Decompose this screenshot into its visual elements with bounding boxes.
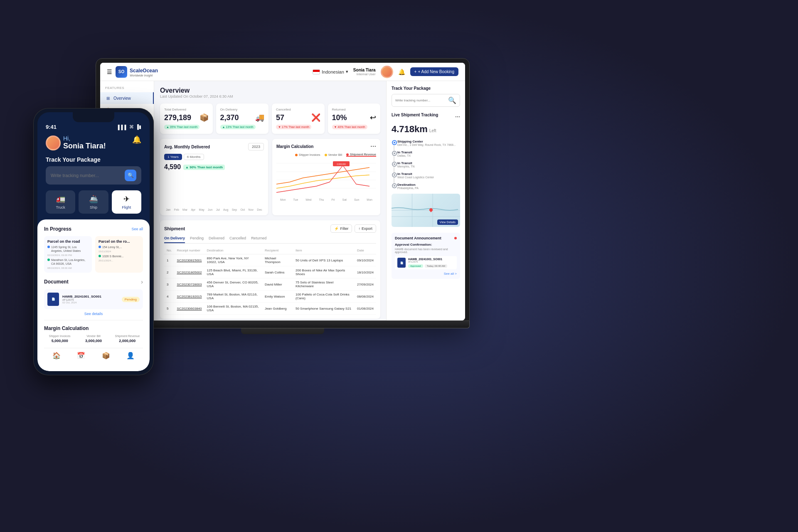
doc-arrow-icon[interactable]: › [141,278,143,285]
stat-total-delivered: Total Delivered 279,189 📦 ▲ 35% Than las… [160,103,213,134]
doc-file: 📄 HAWB_20241001_SO001 #F12675 Approved T… [395,256,457,269]
notification-dot [454,237,457,239]
language-selector[interactable]: Indonesian ▾ [313,69,348,74]
bar-chart [164,173,264,207]
tab-returned[interactable]: Returned [251,236,266,243]
tracking-timeline: Shipping Center Dell Inc., 1 Dell Way, R… [392,140,460,190]
nav-calendar[interactable]: 📅 [69,352,94,360]
panel-track-title: Track Your Package [392,86,460,91]
signal-icon: ▌▌▌ [118,125,128,130]
search-icon: 🔍 [448,96,456,104]
doc-icon: 📄 [47,293,59,306]
hamburger-icon[interactable]: ☰ [107,69,112,75]
tab-on-delivery[interactable]: On Delivery [164,236,185,243]
add-booking-button[interactable]: + + Add New Booking [410,67,458,76]
avg-chart: Avg. Monthly Delivered 2023 1 Years 6 Mo… [160,139,268,215]
timeline-dot [393,173,396,177]
user-info: Sonia Tiara Internal User [353,68,376,76]
see-all-button[interactable]: See all [131,227,143,231]
logo-text: ScaleOcean Worldwide Insight [130,66,158,77]
pending-badge: Pending [122,297,140,302]
track-input[interactable] [395,99,446,102]
track-input-wrapper[interactable]: 🔍 [46,166,141,185]
view-details-button[interactable]: View Details [437,219,458,225]
sidebar-item-overview[interactable]: ⊞ Overview [100,92,154,104]
overview-icon: ⊞ [105,95,111,101]
timeline-dot [393,163,396,166]
track-search-bar[interactable]: 🔍 [392,94,460,107]
nav-home[interactable]: 🏠 [44,352,69,360]
home-icon: 🏠 [52,352,61,360]
receipt-link[interactable]: SC20230603840 [174,303,204,315]
line-chart: 2,000,000 [276,159,376,197]
export-button[interactable]: ↑ Export [355,224,376,233]
margin-revenue: Shipment Revenue 2,000,000 [112,335,143,343]
tab-cancelled[interactable]: Cancelled [229,236,246,243]
charts-row: Avg. Monthly Delivered 2023 1 Years 6 Mo… [160,139,380,215]
doc-announcement-section: Document Announcement Approval Confirmat… [392,233,460,279]
tab-6months[interactable]: 6 Months [184,154,204,160]
svg-text:2,000,000: 2,000,000 [337,163,345,165]
shipment-table: No. Receipt number Destination Recipient… [164,247,376,315]
stat-on-delivery: On Delivery 2,370 🚚 ▲ 13% Than last mont… [216,103,269,134]
tab-1years[interactable]: 1 Years [164,154,182,160]
nav-profile[interactable]: 👤 [118,352,143,360]
table-row: 1 SC20230815001 890 Park Ave, New York, … [164,254,376,266]
transport-flight[interactable]: ✈ Flight [112,190,141,214]
receipt-link[interactable]: SC20238192015 [174,291,204,303]
flag-icon [313,69,320,74]
receipt-link[interactable]: SC20231805002 [174,266,204,278]
right-panel: Track Your Package 🔍 Live Shipment Track… [386,81,465,320]
mobile-avatar [46,135,61,150]
track-section: Track Your Package 🔍 [37,156,150,190]
margin-vendor: Vendor Bill 3,000,000 [78,335,109,343]
table-row: 5 SC20230603840 106 Bennett St, Boston, … [164,303,376,315]
doc-announcement: Document Announcement Approval Confirmat… [392,233,460,279]
receipt-link[interactable]: SC20230728003 [174,278,204,291]
mobile-notch [73,112,114,122]
timeline-item-0: Shipping Center Dell Inc., 1 Dell Way, R… [397,140,460,146]
distance-value: 4.718km [392,124,428,135]
stats-row: Total Delivered 279,189 📦 ▲ 35% Than las… [160,103,380,134]
see-all-link[interactable]: See all > [395,272,457,276]
see-details-link[interactable]: See details [44,312,143,316]
profile-icon: 👤 [126,352,135,360]
track-input-mobile[interactable] [51,173,121,178]
timeline-item-4: Destination Philadelphia, PA [397,183,460,190]
calendar-icon: 📅 [77,352,85,360]
mobile-nav: 🏠 📅 📦 👤 [44,348,143,365]
stat-returned: Returned 10% ↩ ▼ 40% Than last month [328,103,381,134]
parcel-cards: Parcel on the road 1245 Spring St, Los A… [44,236,143,273]
search-button-mobile[interactable]: 🔍 [125,170,136,181]
timeline-item-2: In Transit Memphis, TN [397,161,460,168]
filter-button[interactable]: ⚡ Filter [330,224,352,233]
map[interactable]: View Details [392,194,460,227]
packages-icon: 📦 [102,352,110,360]
transport-truck[interactable]: 🚛 Truck [46,190,75,214]
timeline-dot [393,184,396,187]
track-package-section: Track Your Package 🔍 [392,86,460,107]
mobile-header: Hi, Sonia Tiara! 🔔 [37,132,150,156]
page-title: Overview [160,87,380,94]
topnav-right: Indonesian ▾ Sonia Tiara Internal User 🔔… [313,66,458,78]
receipt-link[interactable]: SC20230815001 [174,254,204,266]
more-options-icon[interactable]: ⋯ [455,114,460,120]
transport-ship[interactable]: 🚢 Ship [79,190,108,214]
flight-icon: ✈ [123,195,130,204]
mobile-bottom: In Progress See all Parcel on the road 1… [37,219,150,371]
margin-chart: Margin Calculation ⋯ Shipper Invoices [272,139,380,215]
nav-packages[interactable]: 📦 [94,352,118,360]
more-icon[interactable]: ⋯ [370,143,376,150]
main-content: Overview Last Updated On October 07, 202… [154,81,386,320]
table-row: 2 SC20231805002 125 Beach Blvd, Miami, F… [164,266,376,278]
tab-delivered[interactable]: Delivered [209,236,224,243]
laptop-stand [241,328,324,334]
ship-icon: 🚢 [89,195,98,204]
bell-icon[interactable]: 🔔 [398,69,405,75]
scene: ☰ SO ScaleOcean Worldwide Insight [0,0,798,532]
tab-pending[interactable]: Pending [190,236,204,243]
transport-tabs: 🚛 Truck 🚢 Ship ✈ Flight [37,190,150,219]
bell-icon-mobile[interactable]: 🔔 [132,135,141,144]
greeting: Hi, Sonia Tiara! [46,135,106,150]
file-icon: 📄 [397,258,406,268]
